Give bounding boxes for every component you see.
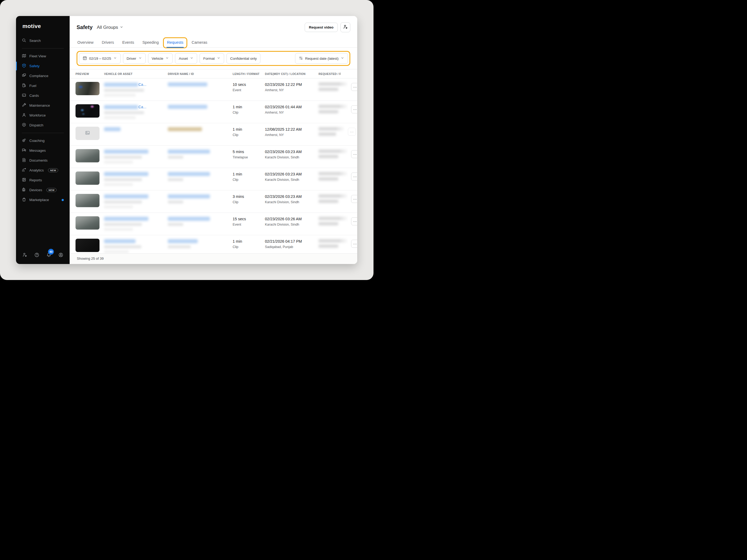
asset-filter[interactable]: Asset xyxy=(175,53,197,64)
format-value: Clip xyxy=(233,111,262,114)
vehicle-cell[interactable] xyxy=(104,145,168,163)
notifications-icon[interactable]: 40 xyxy=(46,252,51,258)
driver-cell[interactable] xyxy=(168,190,233,204)
sidebar-item-dispatch[interactable]: Dispatch xyxy=(16,120,70,130)
redacted-text xyxy=(104,245,141,248)
sidebar-item-reports[interactable]: Reports xyxy=(16,175,70,185)
notification-dot xyxy=(61,199,64,201)
table-row: 1 minClip12/08/2025 12:22 AMAmherst, NY.… xyxy=(70,123,357,145)
sidebar-item-marketplace[interactable]: Marketplace xyxy=(16,195,70,205)
date-range-filter[interactable]: 02/19 – 02/25 xyxy=(79,53,121,64)
sidebar-search[interactable]: Search xyxy=(16,36,70,46)
vehicle-cell[interactable] xyxy=(104,190,168,208)
vehicle-cell[interactable] xyxy=(104,235,168,253)
row-menu-button[interactable]: ... xyxy=(351,195,357,203)
thumbnail-image xyxy=(76,149,100,162)
row-menu-button[interactable]: ... xyxy=(351,217,357,225)
sidebar-item-documents[interactable]: Documents xyxy=(16,156,70,165)
table-row: 15 secsEvent02/23/2026 03:26 AMKarachi D… xyxy=(70,213,357,235)
chevron-down-icon xyxy=(113,56,117,60)
vehicle-link-suffix: Ca... xyxy=(138,105,147,109)
tab-cameras[interactable]: Cameras xyxy=(191,36,208,48)
vehicle-cell[interactable]: Ca... xyxy=(104,78,168,97)
sidebar-item-devices[interactable]: DevicesNEW xyxy=(16,185,70,195)
tab-requests[interactable]: Requests xyxy=(166,36,184,48)
row-menu-button[interactable]: ... xyxy=(348,128,356,136)
preview-thumbnail[interactable] xyxy=(76,149,100,162)
sidebar-item-label: Maintenance xyxy=(29,104,50,107)
date-value: 02/23/2026 03:26 AM xyxy=(265,217,316,221)
thumbnail-image xyxy=(76,171,100,185)
driver-cell[interactable] xyxy=(168,101,233,109)
sidebar-item-maintenance[interactable]: Maintenance xyxy=(16,101,70,110)
vehicle-cell[interactable] xyxy=(104,168,168,186)
driver-cell[interactable] xyxy=(168,213,233,226)
driver-cell[interactable] xyxy=(168,123,233,131)
sidebar-item-fuel[interactable]: Fuel xyxy=(16,81,70,91)
vehicle-cell[interactable] xyxy=(104,213,168,231)
preview-thumbnail[interactable] xyxy=(76,104,100,117)
driver-cell[interactable] xyxy=(168,168,233,181)
profile-icon[interactable] xyxy=(58,252,63,258)
sidebar-item-cards[interactable]: Cards xyxy=(16,91,70,101)
vehicle-cell[interactable] xyxy=(104,123,168,133)
vehicle-cell[interactable]: Ca... xyxy=(104,101,168,119)
sidebar-item-safety[interactable]: Safety xyxy=(16,61,70,71)
tab-overview[interactable]: Overview xyxy=(77,36,94,48)
admin-icon[interactable] xyxy=(22,252,27,258)
vehicle-filter[interactable]: Vehicle xyxy=(148,53,173,64)
redacted-text xyxy=(318,110,338,113)
sidebar-item-coaching[interactable]: Coaching xyxy=(16,136,70,145)
driver-cell[interactable] xyxy=(168,235,233,248)
redacted-text xyxy=(104,178,142,181)
preview-thumbnail-placeholder[interactable] xyxy=(76,127,100,140)
row-menu-button[interactable]: ... xyxy=(351,172,357,181)
sidebar-item-compliance[interactable]: Compliance xyxy=(16,71,70,81)
sidebar-item-fleet-view[interactable]: Fleet View xyxy=(16,51,70,61)
sort-control[interactable]: Request date (latest) xyxy=(295,53,348,64)
preview-thumbnail[interactable] xyxy=(76,216,100,230)
driver-filter[interactable]: Driver xyxy=(123,53,146,64)
sidebar-item-messages[interactable]: Messages xyxy=(16,145,70,156)
redacted-text xyxy=(318,200,338,203)
row-menu-button[interactable]: ... xyxy=(351,150,357,158)
redacted-text xyxy=(318,244,338,248)
person-gear-icon xyxy=(343,25,348,30)
sidebar-item-analytics[interactable]: AnalyticsNEW xyxy=(16,165,70,175)
format-value: Clip xyxy=(233,245,262,249)
table-row: 1 minClip02/23/2026 03:23 AMKarachi Divi… xyxy=(70,168,357,190)
group-selector[interactable]: All Groups xyxy=(97,25,123,30)
length-value: 10 secs xyxy=(233,82,262,87)
sidebar-item-label: Analytics xyxy=(29,168,44,172)
redacted-text xyxy=(104,183,133,186)
table-header: PREVIEWVEHICLE OR ASSETDRIVER NAME / IDL… xyxy=(70,69,357,78)
driver-cell[interactable] xyxy=(168,145,233,159)
request-video-button[interactable]: Request video xyxy=(305,23,338,32)
format-filter[interactable]: Format xyxy=(200,53,224,64)
tab-events[interactable]: Events xyxy=(122,36,134,48)
preview-thumbnail[interactable] xyxy=(76,194,100,207)
redacted-text xyxy=(104,223,142,226)
confidential-only-filter[interactable]: Confidential only xyxy=(227,53,261,64)
sort-arrows-icon xyxy=(299,56,303,61)
length-format-cell: 3 minsClip xyxy=(233,190,265,204)
tab-drivers[interactable]: Drivers xyxy=(101,36,114,48)
driver-cell[interactable] xyxy=(168,78,233,86)
row-menu-button[interactable]: ... xyxy=(351,105,357,113)
map-icon xyxy=(22,54,26,59)
user-settings-button[interactable] xyxy=(340,22,350,32)
sidebar-item-workforce[interactable]: Workforce xyxy=(16,110,70,120)
row-menu-button[interactable]: ... xyxy=(351,83,357,91)
preview-thumbnail[interactable] xyxy=(76,82,100,95)
date-location-cell: 02/23/2026 03:23 AMKarachi Division, Sin… xyxy=(265,168,318,182)
dispatch-icon xyxy=(22,123,26,128)
thumbnail-image xyxy=(76,239,100,252)
redacted-text xyxy=(104,83,138,87)
sidebar-divider xyxy=(22,133,64,133)
preview-thumbnail[interactable] xyxy=(76,171,100,185)
redacted-text xyxy=(104,228,133,231)
help-icon[interactable] xyxy=(34,252,39,258)
preview-thumbnail[interactable] xyxy=(76,239,100,252)
tab-speeding[interactable]: Speeding xyxy=(142,36,159,48)
row-menu-button[interactable]: ... xyxy=(351,240,357,248)
